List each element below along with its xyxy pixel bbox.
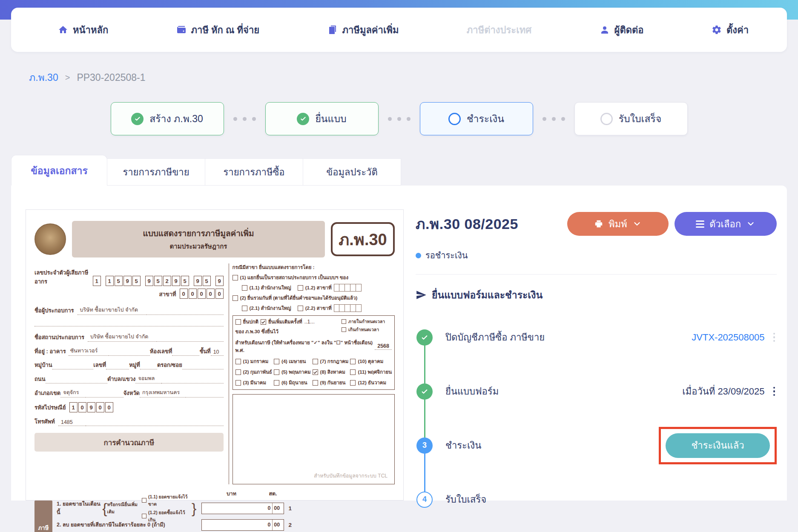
amount-box: 000 xyxy=(201,503,284,514)
district-value: จตุจักร xyxy=(60,388,86,398)
tax-id-digit-boxes: 1 1 5 9 5 9 5 2 9 5 9 5 9 xyxy=(93,276,224,286)
branch-option-2-1: (2.1) สำนักงานใหญ่ xyxy=(250,304,291,312)
stepper-step-create[interactable]: สร้าง ภ.พ.30 xyxy=(111,102,224,135)
more-menu-icon[interactable] xyxy=(772,331,777,344)
operator-name-label: ชื่อผู้ประกอบการ xyxy=(34,306,74,315)
step-number-circle: 4 xyxy=(416,492,433,508)
dotted-leader xyxy=(146,308,224,315)
options-button[interactable]: ตัวเลือก xyxy=(675,212,777,236)
step-label: สร้าง ภ.พ.30 xyxy=(149,111,203,126)
dotted-leader xyxy=(52,363,94,369)
branch-option-1: (1) แยกยื่นเป็นรายสถานประกอบการ เป็นแบบฯ… xyxy=(240,274,348,281)
timeline-label: ยื่นแบบฟอร์ม xyxy=(445,384,682,399)
checkbox-icon xyxy=(242,285,247,291)
nav-label: ภาษี หัก ณ ที่จ่าย xyxy=(191,23,260,37)
nav-item-home[interactable]: หน้าหลัก xyxy=(58,23,108,37)
breadcrumb-separator: > xyxy=(65,73,70,83)
postal-label: รหัสไปรษณีย์ xyxy=(34,403,66,412)
breadcrumb: ภ.พ.30 > PP30-202508-1 xyxy=(29,70,798,85)
step-separator-dots xyxy=(388,117,410,121)
filing-additional-no: ..1... xyxy=(304,319,315,325)
checkbox-icon xyxy=(235,319,241,325)
branch-option-2: (2) ยื่นรวมกันที่ (ตามที่ได้ยื่นคำขอฯและ… xyxy=(240,294,358,302)
stepper-step-pay[interactable]: ชำระเงิน xyxy=(420,102,533,135)
checkbox-checked-icon xyxy=(313,369,318,375)
nav-item-contacts[interactable]: ผู้ติดต่อ xyxy=(600,23,644,37)
filing-type-box: ยื่นปกติ ยื่นเพิ่มเติมครั้งที่ ..1... ขอ… xyxy=(233,315,395,390)
checkbox-icon xyxy=(142,514,146,518)
step-number-circle: 3 xyxy=(416,438,433,454)
status-dot-icon xyxy=(416,253,421,258)
calc-row-1: 1. ยอดขายในเดือนนี้ { หรือกรณียื่นเพิ่มเ… xyxy=(57,498,395,518)
home-icon xyxy=(58,25,68,35)
breadcrumb-current: PP30-202508-1 xyxy=(77,72,145,83)
section-title: ยื่นแบบฟอร์มและชำระเงิน xyxy=(432,287,543,303)
dotted-leader xyxy=(46,377,107,383)
breadcrumb-root-link[interactable]: ภ.พ.30 xyxy=(29,70,58,85)
divider xyxy=(416,274,777,275)
form-right-column: กรณีมีสาขา ยื่นแบบแสดงรายการโดย : (1) แย… xyxy=(229,263,395,484)
timeline-label: รับใบเสร็จ xyxy=(445,492,777,507)
branch-option-2-2: (2.2) สาขาที่ xyxy=(305,304,332,312)
vat-document-icon xyxy=(327,25,338,35)
room-label: ห้องเลขที่ xyxy=(150,347,172,356)
moo-label: หมู่ที่ xyxy=(129,360,140,369)
step-label: ยื่นแบบ xyxy=(315,111,346,126)
checkbox-icon xyxy=(235,359,241,364)
nav-item-withholding-tax[interactable]: ภาษี หัก ณ ที่จ่าย xyxy=(176,23,260,37)
timeline-label: ปิดบัญชีภาษีซื้อ ภาษีขาย xyxy=(445,330,692,345)
dotted-leader xyxy=(161,377,223,383)
step-separator-dots xyxy=(233,117,256,121)
tax-computation-banner: การคำนวณภาษี xyxy=(34,433,224,452)
branch-option-1-2: (1.2) สาขาที่ xyxy=(305,284,332,292)
dotted-leader xyxy=(86,419,224,426)
road-label: ถนน xyxy=(34,375,46,383)
step-separator-dots xyxy=(543,117,565,121)
submission-date: เมื่อวันที่ 23/09/2025 xyxy=(682,384,764,399)
print-button[interactable]: พิมพ์ xyxy=(567,212,669,236)
print-label: พิมพ์ xyxy=(609,217,627,232)
branch-number-boxes xyxy=(334,284,362,292)
address-building-label: ที่อยู่ : อาคาร xyxy=(34,347,66,356)
calc-row-2: 2. ลบ ยอดขายที่เสียภาษีในอัตราร้อยละ 0 (… xyxy=(57,518,395,531)
amount-box: 000 xyxy=(201,519,284,531)
form-code-box: ภ.พ.30 xyxy=(331,222,395,256)
branch-option-1-1: (1.1) สำนักงานใหญ่ xyxy=(250,284,291,292)
side-label-sales-tax: ภาษีขาย xyxy=(34,501,52,532)
paper-plane-icon xyxy=(416,289,427,300)
month-section-note: สำหรับเดือนภาษี (ให้ทำเครื่องหมาย "✓" ลง… xyxy=(235,339,373,354)
page: หน้าหลัก ภาษี หัก ณ ที่จ่าย ภาษีมูลค่าเพ… xyxy=(0,0,798,532)
dotted-leader xyxy=(106,363,129,369)
filing-additional-rest: ของ ภ.พ.30 ซึ่งยื่นไว้ xyxy=(235,328,278,335)
nav-item-settings[interactable]: ตั้งค่า xyxy=(712,23,749,37)
dotted-leader xyxy=(172,349,199,356)
journal-voucher-link[interactable]: JVTX-202508005 xyxy=(692,332,764,343)
checkbox-icon xyxy=(342,319,346,324)
dotted-leader xyxy=(182,363,224,369)
dotted-leader xyxy=(109,349,149,356)
contact-icon xyxy=(600,25,610,35)
tab-sales-tax-list[interactable]: รายการภาษีขาย xyxy=(107,158,205,186)
checkbox-icon xyxy=(350,380,356,386)
stepper-step-receipt[interactable]: รับใบเสร็จ xyxy=(574,102,688,135)
dotted-leader xyxy=(34,320,224,326)
tab-history[interactable]: ข้อมูลประวัติ xyxy=(303,158,401,186)
timeline-item-receipt: 4 รับใบเสร็จ xyxy=(416,472,777,526)
tab-bar: ข้อมูลเอกสาร รายการภาษีขาย รายการภาษีซื้… xyxy=(11,155,787,186)
tab-document-info[interactable]: ข้อมูลเอกสาร xyxy=(11,155,107,186)
stepper-step-submit[interactable]: ยื่นแบบ xyxy=(265,102,379,135)
form-title: แบบแสดงรายการภาษีมูลค่าเพิ่ม xyxy=(143,227,254,240)
detail-panel: ภ.พ.30 08/2025 พิมพ์ ตัวเลือก รอชำระเงิน xyxy=(404,209,777,501)
filing-overdue-label: เกินกำหนดเวลา xyxy=(348,326,379,333)
content-card: แบบแสดงรายการภาษีมูลค่าเพิ่ม ตามประมวลรั… xyxy=(11,186,787,501)
checkbox-icon xyxy=(350,369,356,375)
postal-digit-boxes: 1 0 9 0 0 xyxy=(69,402,113,412)
step-label: ชำระเงิน xyxy=(467,111,504,126)
phone-label: โทรศัพท์ xyxy=(34,417,55,426)
nav-item-vat[interactable]: ภาษีมูลค่าเพิ่ม xyxy=(327,23,399,37)
mark-paid-button[interactable]: ชำระเงินแล้ว xyxy=(666,433,770,458)
timeline-item-pay: 3 ชำระเงิน ชำระเงินแล้ว xyxy=(416,418,777,472)
tab-purchase-tax-list[interactable]: รายการภาษีซื้อ xyxy=(205,158,303,186)
more-menu-icon[interactable] xyxy=(772,385,777,398)
check-circle-icon xyxy=(297,113,309,125)
